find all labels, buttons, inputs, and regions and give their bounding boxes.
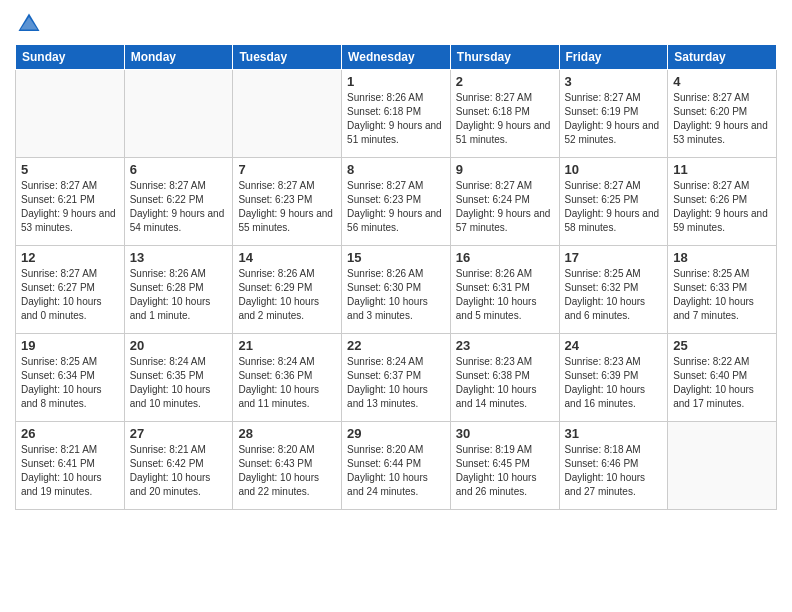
day-cell: 1Sunrise: 8:26 AM Sunset: 6:18 PM Daylig… (342, 70, 451, 158)
day-info: Sunrise: 8:26 AM Sunset: 6:31 PM Dayligh… (456, 267, 554, 323)
day-info: Sunrise: 8:27 AM Sunset: 6:18 PM Dayligh… (456, 91, 554, 147)
calendar: SundayMondayTuesdayWednesdayThursdayFrid… (15, 44, 777, 510)
day-cell: 5Sunrise: 8:27 AM Sunset: 6:21 PM Daylig… (16, 158, 125, 246)
day-cell: 8Sunrise: 8:27 AM Sunset: 6:23 PM Daylig… (342, 158, 451, 246)
day-cell: 28Sunrise: 8:20 AM Sunset: 6:43 PM Dayli… (233, 422, 342, 510)
day-number: 19 (21, 338, 119, 353)
day-info: Sunrise: 8:23 AM Sunset: 6:38 PM Dayligh… (456, 355, 554, 411)
day-number: 30 (456, 426, 554, 441)
day-number: 14 (238, 250, 336, 265)
day-number: 29 (347, 426, 445, 441)
day-number: 7 (238, 162, 336, 177)
day-info: Sunrise: 8:27 AM Sunset: 6:19 PM Dayligh… (565, 91, 663, 147)
day-number: 2 (456, 74, 554, 89)
day-info: Sunrise: 8:19 AM Sunset: 6:45 PM Dayligh… (456, 443, 554, 499)
day-info: Sunrise: 8:25 AM Sunset: 6:33 PM Dayligh… (673, 267, 771, 323)
day-info: Sunrise: 8:20 AM Sunset: 6:43 PM Dayligh… (238, 443, 336, 499)
calendar-header-row: SundayMondayTuesdayWednesdayThursdayFrid… (16, 45, 777, 70)
day-number: 4 (673, 74, 771, 89)
day-number: 16 (456, 250, 554, 265)
day-number: 9 (456, 162, 554, 177)
day-info: Sunrise: 8:23 AM Sunset: 6:39 PM Dayligh… (565, 355, 663, 411)
day-cell (124, 70, 233, 158)
day-info: Sunrise: 8:21 AM Sunset: 6:42 PM Dayligh… (130, 443, 228, 499)
day-number: 17 (565, 250, 663, 265)
day-number: 5 (21, 162, 119, 177)
day-number: 10 (565, 162, 663, 177)
day-number: 6 (130, 162, 228, 177)
week-row-2: 12Sunrise: 8:27 AM Sunset: 6:27 PM Dayli… (16, 246, 777, 334)
day-info: Sunrise: 8:27 AM Sunset: 6:25 PM Dayligh… (565, 179, 663, 235)
day-number: 15 (347, 250, 445, 265)
calendar-header-friday: Friday (559, 45, 668, 70)
day-info: Sunrise: 8:26 AM Sunset: 6:28 PM Dayligh… (130, 267, 228, 323)
day-number: 18 (673, 250, 771, 265)
day-cell: 22Sunrise: 8:24 AM Sunset: 6:37 PM Dayli… (342, 334, 451, 422)
day-number: 26 (21, 426, 119, 441)
day-cell: 16Sunrise: 8:26 AM Sunset: 6:31 PM Dayli… (450, 246, 559, 334)
day-cell: 4Sunrise: 8:27 AM Sunset: 6:20 PM Daylig… (668, 70, 777, 158)
day-info: Sunrise: 8:21 AM Sunset: 6:41 PM Dayligh… (21, 443, 119, 499)
day-cell: 10Sunrise: 8:27 AM Sunset: 6:25 PM Dayli… (559, 158, 668, 246)
day-cell: 24Sunrise: 8:23 AM Sunset: 6:39 PM Dayli… (559, 334, 668, 422)
day-cell: 18Sunrise: 8:25 AM Sunset: 6:33 PM Dayli… (668, 246, 777, 334)
week-row-4: 26Sunrise: 8:21 AM Sunset: 6:41 PM Dayli… (16, 422, 777, 510)
page: SundayMondayTuesdayWednesdayThursdayFrid… (0, 0, 792, 612)
day-number: 31 (565, 426, 663, 441)
day-info: Sunrise: 8:25 AM Sunset: 6:32 PM Dayligh… (565, 267, 663, 323)
day-number: 12 (21, 250, 119, 265)
day-info: Sunrise: 8:27 AM Sunset: 6:22 PM Dayligh… (130, 179, 228, 235)
calendar-header-thursday: Thursday (450, 45, 559, 70)
day-cell: 3Sunrise: 8:27 AM Sunset: 6:19 PM Daylig… (559, 70, 668, 158)
day-info: Sunrise: 8:27 AM Sunset: 6:23 PM Dayligh… (347, 179, 445, 235)
day-cell: 7Sunrise: 8:27 AM Sunset: 6:23 PM Daylig… (233, 158, 342, 246)
day-cell: 19Sunrise: 8:25 AM Sunset: 6:34 PM Dayli… (16, 334, 125, 422)
day-cell: 9Sunrise: 8:27 AM Sunset: 6:24 PM Daylig… (450, 158, 559, 246)
day-info: Sunrise: 8:24 AM Sunset: 6:36 PM Dayligh… (238, 355, 336, 411)
calendar-header-saturday: Saturday (668, 45, 777, 70)
calendar-header-tuesday: Tuesday (233, 45, 342, 70)
day-number: 22 (347, 338, 445, 353)
day-cell: 17Sunrise: 8:25 AM Sunset: 6:32 PM Dayli… (559, 246, 668, 334)
day-cell: 13Sunrise: 8:26 AM Sunset: 6:28 PM Dayli… (124, 246, 233, 334)
day-info: Sunrise: 8:20 AM Sunset: 6:44 PM Dayligh… (347, 443, 445, 499)
day-cell: 14Sunrise: 8:26 AM Sunset: 6:29 PM Dayli… (233, 246, 342, 334)
day-cell: 21Sunrise: 8:24 AM Sunset: 6:36 PM Dayli… (233, 334, 342, 422)
day-cell: 25Sunrise: 8:22 AM Sunset: 6:40 PM Dayli… (668, 334, 777, 422)
week-row-0: 1Sunrise: 8:26 AM Sunset: 6:18 PM Daylig… (16, 70, 777, 158)
day-cell (668, 422, 777, 510)
day-info: Sunrise: 8:18 AM Sunset: 6:46 PM Dayligh… (565, 443, 663, 499)
day-cell: 15Sunrise: 8:26 AM Sunset: 6:30 PM Dayli… (342, 246, 451, 334)
day-cell: 30Sunrise: 8:19 AM Sunset: 6:45 PM Dayli… (450, 422, 559, 510)
day-number: 13 (130, 250, 228, 265)
day-number: 20 (130, 338, 228, 353)
day-cell: 23Sunrise: 8:23 AM Sunset: 6:38 PM Dayli… (450, 334, 559, 422)
day-info: Sunrise: 8:27 AM Sunset: 6:23 PM Dayligh… (238, 179, 336, 235)
day-cell: 2Sunrise: 8:27 AM Sunset: 6:18 PM Daylig… (450, 70, 559, 158)
day-number: 21 (238, 338, 336, 353)
day-number: 27 (130, 426, 228, 441)
day-number: 24 (565, 338, 663, 353)
day-cell: 11Sunrise: 8:27 AM Sunset: 6:26 PM Dayli… (668, 158, 777, 246)
day-info: Sunrise: 8:27 AM Sunset: 6:26 PM Dayligh… (673, 179, 771, 235)
day-info: Sunrise: 8:27 AM Sunset: 6:27 PM Dayligh… (21, 267, 119, 323)
calendar-header-monday: Monday (124, 45, 233, 70)
day-info: Sunrise: 8:27 AM Sunset: 6:21 PM Dayligh… (21, 179, 119, 235)
day-number: 28 (238, 426, 336, 441)
day-number: 11 (673, 162, 771, 177)
day-info: Sunrise: 8:27 AM Sunset: 6:24 PM Dayligh… (456, 179, 554, 235)
day-info: Sunrise: 8:24 AM Sunset: 6:37 PM Dayligh… (347, 355, 445, 411)
calendar-header-wednesday: Wednesday (342, 45, 451, 70)
week-row-3: 19Sunrise: 8:25 AM Sunset: 6:34 PM Dayli… (16, 334, 777, 422)
day-info: Sunrise: 8:27 AM Sunset: 6:20 PM Dayligh… (673, 91, 771, 147)
day-cell: 26Sunrise: 8:21 AM Sunset: 6:41 PM Dayli… (16, 422, 125, 510)
day-info: Sunrise: 8:22 AM Sunset: 6:40 PM Dayligh… (673, 355, 771, 411)
day-cell: 31Sunrise: 8:18 AM Sunset: 6:46 PM Dayli… (559, 422, 668, 510)
day-info: Sunrise: 8:26 AM Sunset: 6:30 PM Dayligh… (347, 267, 445, 323)
day-cell: 27Sunrise: 8:21 AM Sunset: 6:42 PM Dayli… (124, 422, 233, 510)
day-cell (16, 70, 125, 158)
day-cell (233, 70, 342, 158)
day-cell: 20Sunrise: 8:24 AM Sunset: 6:35 PM Dayli… (124, 334, 233, 422)
day-info: Sunrise: 8:26 AM Sunset: 6:18 PM Dayligh… (347, 91, 445, 147)
logo (15, 10, 47, 38)
